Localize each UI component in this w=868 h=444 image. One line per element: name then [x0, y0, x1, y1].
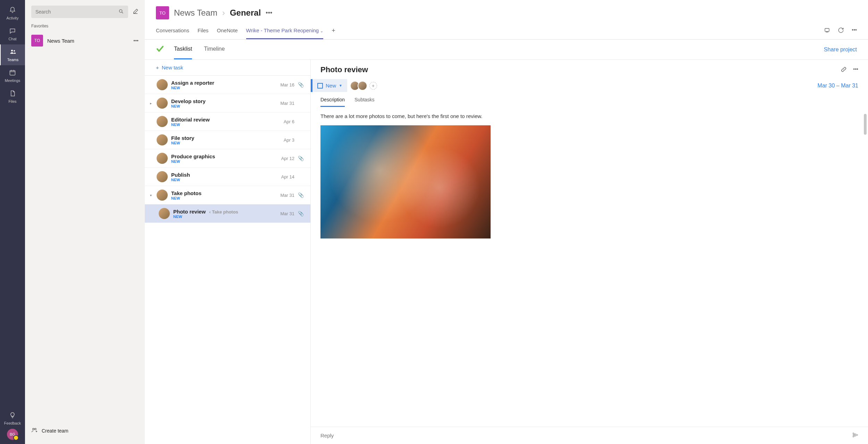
share-project-button[interactable]: Share project: [824, 47, 857, 53]
rail-meetings[interactable]: Meetings: [0, 65, 25, 86]
task-row[interactable]: ▸ Develop story NEW Mar 31: [145, 94, 310, 112]
team-name: News Team: [47, 38, 129, 44]
wrike-logo-icon: [156, 44, 164, 55]
checkbox-icon: [317, 83, 323, 89]
svg-point-4: [33, 428, 34, 430]
breadcrumb-team[interactable]: News Team: [174, 8, 217, 18]
task-row[interactable]: Assign a reporter NEW Mar 16 📎: [145, 76, 310, 94]
rail-teams[interactable]: Teams: [0, 44, 25, 65]
date-range[interactable]: Mar 30 – Mar 31: [818, 83, 868, 89]
channel-header: TO News Team › General ••• Conversations…: [145, 0, 868, 40]
rail-label: Meetings: [5, 78, 20, 83]
team-row-news[interactable]: TO News Team •••: [25, 32, 145, 49]
rail-label: Feedback: [4, 421, 21, 425]
scrollbar[interactable]: [864, 114, 867, 135]
description-body: There are a lot more photos to come, but…: [311, 107, 868, 427]
refresh-icon[interactable]: [838, 27, 844, 34]
chevron-down-icon[interactable]: ⌄: [320, 29, 323, 33]
reply-input[interactable]: [320, 433, 852, 438]
assignee-avatar: [157, 116, 168, 127]
attached-image[interactable]: [320, 125, 491, 238]
search-box[interactable]: [31, 6, 128, 18]
assignee-avatar[interactable]: [358, 81, 367, 91]
svg-point-1: [14, 50, 15, 51]
more-icon[interactable]: •••: [133, 38, 139, 43]
svg-point-3: [119, 9, 122, 12]
task-row[interactable]: File story NEW Apr 3: [145, 131, 310, 149]
channel-content: TO News Team › General ••• Conversations…: [145, 0, 868, 444]
send-icon[interactable]: [852, 432, 858, 439]
task-row[interactable]: Publish NEW Apr 14: [145, 168, 310, 186]
chevron-right-icon: ›: [222, 8, 225, 18]
task-row[interactable]: ▾ Take photos NEW Mar 31 📎: [145, 186, 310, 204]
paperclip-icon: 📎: [298, 192, 303, 198]
rail-label: Teams: [7, 58, 18, 62]
task-row[interactable]: Produce graphics NEW Apr 12 📎: [145, 149, 310, 168]
tab-files[interactable]: Files: [198, 27, 209, 39]
wrike-tab-timeline[interactable]: Timeline: [204, 40, 225, 59]
search-input[interactable]: [35, 9, 118, 15]
paperclip-icon: 📎: [298, 82, 303, 87]
svg-rect-6: [825, 28, 829, 32]
wrike-tab-tasklist[interactable]: Tasklist: [174, 40, 192, 59]
channel-avatar: TO: [156, 6, 169, 19]
teams-icon: [9, 48, 16, 57]
tab-onenote[interactable]: OneNote: [217, 27, 238, 39]
chat-icon: [9, 27, 16, 36]
expand-chat-icon[interactable]: [824, 27, 830, 34]
wrike-app: Tasklist Timeline Share project + New ta…: [145, 40, 868, 444]
assignee-avatar: [157, 79, 168, 90]
description-text: There are a lot more photos to come, but…: [320, 113, 858, 119]
assignee-avatar: [157, 98, 168, 109]
svg-point-5: [35, 428, 36, 430]
assignee-avatar: [157, 153, 168, 164]
assignee-avatar: [157, 134, 168, 145]
file-icon: [9, 90, 16, 99]
wrike-toolbar: Tasklist Timeline Share project: [145, 40, 868, 60]
team-avatar: TO: [31, 35, 43, 47]
tab-more-icon[interactable]: •••: [852, 27, 857, 34]
add-tab-icon[interactable]: +: [332, 27, 335, 39]
rail-files[interactable]: Files: [0, 86, 25, 107]
lightbulb-icon: [9, 412, 16, 420]
task-row[interactable]: Editorial review NEW Apr 6: [145, 112, 310, 131]
detail-meta: New ▼ + Mar 30 – Mar 31: [311, 79, 868, 92]
permalink-icon[interactable]: [841, 66, 847, 74]
status-dropdown[interactable]: New ▼: [312, 79, 347, 92]
tab-subtasks[interactable]: Subtasks: [354, 97, 375, 107]
breadcrumb: TO News Team › General •••: [156, 6, 857, 19]
subtask-row[interactable]: Photo review ‹ Take photos NEW Mar 31 📎: [145, 204, 310, 223]
new-task-button[interactable]: + New task: [145, 60, 310, 76]
tab-description[interactable]: Description: [320, 97, 345, 107]
user-avatar[interactable]: BG: [7, 429, 18, 440]
task-detail: Photo review ••• New ▼: [311, 60, 868, 444]
plus-icon: +: [156, 65, 159, 70]
create-team-icon: [31, 427, 37, 434]
assignee-avatar: [157, 171, 168, 182]
favorites-label: Favorites: [25, 24, 145, 32]
add-assignee-button[interactable]: +: [369, 82, 377, 90]
tab-wrike[interactable]: Wrike - Theme Park Reopening⌄: [246, 27, 324, 39]
paperclip-icon: 📎: [298, 211, 303, 216]
team-panel: Favorites TO News Team ••• Create team: [25, 0, 145, 444]
tab-conversations[interactable]: Conversations: [156, 27, 189, 39]
search-icon: [118, 9, 124, 15]
detail-more-icon[interactable]: •••: [853, 66, 858, 74]
rail-chat[interactable]: Chat: [0, 24, 25, 44]
channel-tabs: Conversations Files OneNote Wrike - Them…: [156, 27, 857, 39]
collapse-icon[interactable]: ▾: [148, 193, 153, 197]
rail-feedback[interactable]: Feedback: [0, 408, 25, 429]
app-rail: Activity Chat Teams Meetings Files: [0, 0, 25, 444]
compose-icon[interactable]: [132, 8, 139, 16]
reply-box[interactable]: [311, 427, 868, 444]
assignee-avatar: [157, 190, 168, 201]
svg-rect-2: [10, 70, 15, 75]
rail-activity[interactable]: Activity: [0, 3, 25, 24]
channel-more-icon[interactable]: •••: [266, 9, 272, 17]
create-team-button[interactable]: Create team: [25, 423, 145, 438]
calendar-icon: [9, 69, 16, 78]
assignee-list: +: [347, 81, 382, 91]
rail-label: Chat: [8, 37, 16, 41]
expand-icon[interactable]: ▸: [148, 101, 153, 105]
breadcrumb-channel: General: [230, 8, 261, 18]
